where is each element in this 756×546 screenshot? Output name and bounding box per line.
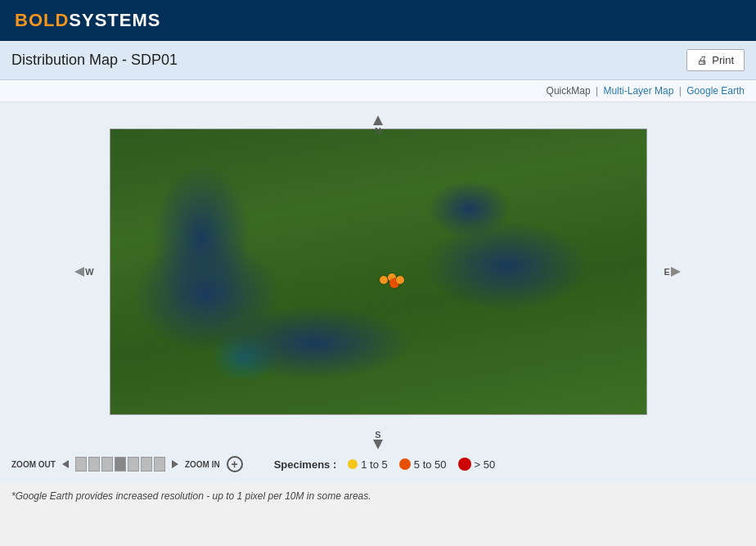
east-label: E	[664, 267, 670, 277]
header: BOLDSYSTEMS	[0, 0, 756, 41]
zoom-step-2[interactable]	[101, 457, 113, 472]
footer-note: *Google Earth provides increased resolut…	[0, 482, 756, 510]
east-arrow[interactable]: E	[664, 267, 681, 277]
printer-icon: 🖨	[697, 54, 708, 66]
south-arrow	[373, 440, 383, 449]
google-earth-link[interactable]: Google Earth	[686, 85, 745, 97]
legend-title: Specimens :	[274, 458, 337, 471]
zoom-out-label: ZOOM OUT	[11, 460, 56, 469]
map-canvas	[110, 129, 646, 414]
zoom-in-label: ZOOM IN	[185, 460, 220, 469]
legend-item-gt50: > 50	[458, 458, 496, 471]
zoom-in-arrow-icon	[172, 460, 178, 468]
map-wrapper: N W E	[75, 114, 681, 449]
page-title: Distribution Map - SDP01	[11, 52, 178, 69]
specimen-dot-0[interactable]	[380, 276, 388, 284]
zoom-steps	[75, 457, 165, 472]
map-links-bar: QuickMap | Multi-Layer Map | Google Eart…	[0, 80, 756, 102]
print-button[interactable]: 🖨 Print	[686, 49, 745, 71]
west-label: W	[85, 267, 93, 277]
zoom-step-3[interactable]	[115, 457, 126, 472]
zoom-out-arrow-icon	[62, 460, 69, 468]
legend-item-1to5: 1 to 5	[348, 458, 388, 471]
controls-bar: ZOOM OUT ZOOM IN + Specimens : 1 to 5 5 …	[0, 449, 756, 482]
separator-2: |	[679, 85, 682, 97]
quickmap-label: QuickMap	[547, 85, 591, 97]
specimen-dot-3[interactable]	[396, 276, 404, 284]
legend-label-gt50: > 50	[475, 458, 496, 471]
north-label: N	[375, 126, 381, 136]
west-arrow[interactable]: W	[74, 267, 93, 277]
multi-layer-map-link[interactable]: Multi-Layer Map	[603, 85, 673, 97]
zoom-step-5[interactable]	[141, 457, 152, 472]
legend-label-1to5: 1 to 5	[361, 458, 388, 471]
map-section: N W E	[0, 102, 756, 449]
legend-label-5to50: 5 to 50	[414, 458, 447, 471]
zoom-step-6[interactable]	[154, 457, 165, 472]
zoom-out-button[interactable]: ZOOM OUT	[11, 460, 56, 469]
zoom-step-0[interactable]	[75, 457, 87, 472]
logo-bold: BOLD	[15, 10, 69, 31]
map-image[interactable]	[110, 129, 647, 415]
legend-dot-5to50	[399, 458, 411, 470]
title-bar: Distribution Map - SDP01 🖨 Print	[0, 41, 756, 80]
legend: Specimens : 1 to 5 5 to 50 > 50	[274, 458, 496, 471]
legend-item-5to50: 5 to 50	[399, 458, 447, 471]
footer-text: *Google Earth provides increased resolut…	[11, 490, 371, 502]
zoom-in-circle-icon[interactable]: +	[227, 456, 243, 472]
south-label: S	[375, 430, 380, 440]
legend-dot-1to5	[348, 459, 358, 469]
zoom-step-1[interactable]	[88, 457, 100, 472]
logo-systems: SYSTEMS	[69, 10, 160, 31]
north-arrow	[373, 115, 383, 125]
legend-dot-gt50	[458, 458, 471, 471]
zoom-in-button[interactable]: ZOOM IN	[185, 460, 220, 469]
zoom-step-4[interactable]	[128, 457, 139, 472]
separator-1: |	[596, 85, 598, 97]
